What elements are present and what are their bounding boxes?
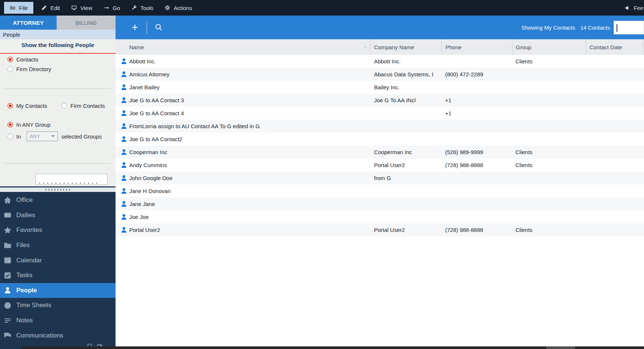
radio-firm-contacts[interactable]: Firm Contacts bbox=[61, 103, 105, 109]
bottom-edge-bar-segment bbox=[546, 346, 575, 349]
radio-unselected-icon[interactable] bbox=[7, 134, 13, 139]
cell-phone: (728) 988-8888 bbox=[441, 227, 512, 233]
menu-go-label: Go bbox=[113, 5, 120, 11]
table-row[interactable]: Jane Jane bbox=[116, 197, 644, 210]
cell-name: Abbott Inc. bbox=[128, 58, 370, 64]
column-header-name[interactable]: Name ▵ bbox=[116, 39, 370, 55]
column-header-group[interactable]: Group bbox=[512, 39, 586, 55]
radio-in-selected-groups[interactable]: In ANY selected Groups bbox=[7, 131, 102, 142]
table-row[interactable]: Andy Cummins Portal User2 (728) 988-8888… bbox=[116, 159, 644, 172]
radio-contacts[interactable]: Contacts bbox=[7, 56, 38, 63]
table-row[interactable]: Portal User2 Portal User2 (728) 988-8888… bbox=[116, 223, 644, 236]
cell-company: Abacus Data Systems, I bbox=[370, 71, 441, 77]
contacts-toolbar: + Showing My Contacts 14 Contacts bbox=[116, 16, 644, 39]
table-row[interactable]: Cooperman Inc Cooperman Inc (526) 989-99… bbox=[116, 146, 644, 159]
radio-unselected-icon[interactable] bbox=[61, 103, 67, 109]
text-caret bbox=[617, 24, 617, 32]
cell-group: Clients bbox=[512, 162, 586, 168]
table-row[interactable]: Joe G to AA Contact 4 +1 bbox=[116, 107, 644, 120]
cell-name: John Google Doe bbox=[128, 175, 370, 181]
quick-search-input[interactable] bbox=[614, 21, 644, 34]
radio-firm-directory[interactable]: Firm Directory bbox=[7, 66, 51, 72]
tab-billing[interactable]: BILLING bbox=[57, 16, 116, 30]
filter-panel-title: Show the following People bbox=[0, 39, 116, 49]
person-icon bbox=[116, 109, 128, 117]
menu-bar: File Edit View Go Tools Actions Fee bbox=[0, 0, 644, 16]
table-row[interactable]: Joe Joe bbox=[116, 210, 644, 223]
clipped-text-field[interactable] bbox=[36, 174, 107, 185]
column-header-phone[interactable]: Phone bbox=[441, 39, 512, 55]
menu-actions[interactable]: Actions bbox=[159, 2, 197, 14]
cell-name: Jane Jane bbox=[128, 201, 370, 207]
person-icon bbox=[116, 161, 128, 169]
monitor-icon bbox=[71, 5, 77, 11]
contacts-table-header: Name ▵ Company Name Phone Group Contact … bbox=[116, 39, 644, 55]
menu-go[interactable]: Go bbox=[98, 2, 126, 14]
cell-company: Portal User2 bbox=[370, 162, 441, 168]
radio-selected-icon[interactable] bbox=[7, 57, 13, 62]
sort-ascending-icon: ▵ bbox=[364, 44, 366, 49]
radio-in-any-group[interactable]: In ANY Group bbox=[7, 122, 50, 128]
people-filter-panel: Show the following People Contacts Firm … bbox=[0, 39, 116, 186]
table-row[interactable]: Amicus Attorney Abacus Data Systems, I (… bbox=[116, 68, 644, 81]
table-row[interactable]: Jane H Donovan bbox=[116, 185, 644, 197]
sidebar-item-notes[interactable]: Notes bbox=[0, 313, 116, 328]
sidebar-item-calendar[interactable]: Calendar bbox=[0, 253, 116, 268]
radio-my-contacts[interactable]: My Contacts bbox=[7, 103, 47, 109]
person-icon bbox=[116, 200, 128, 208]
cell-group: Clients bbox=[512, 227, 586, 233]
table-row[interactable]: Abbott Inc. Abbott Inc. Clients bbox=[116, 55, 644, 68]
cell-name: Andy Cummins bbox=[128, 162, 370, 168]
table-row[interactable]: FromLorna assign to AU Contact AA To G e… bbox=[116, 120, 644, 133]
sidebar-item-office[interactable]: Office bbox=[0, 193, 116, 208]
cell-phone: +1 bbox=[441, 110, 512, 116]
toolbar-divider bbox=[147, 21, 147, 34]
menu-file[interactable]: File bbox=[4, 2, 33, 14]
table-row[interactable]: Joe G to AA Contact2 bbox=[116, 133, 644, 146]
feedback-button[interactable]: Fee bbox=[625, 5, 644, 11]
column-header-contact-date[interactable]: Contact Date bbox=[586, 39, 643, 55]
add-contact-button[interactable]: + bbox=[129, 22, 141, 33]
table-row[interactable]: Janet Bailey Bailey Inc. bbox=[116, 81, 644, 94]
search-button[interactable] bbox=[154, 23, 163, 32]
cell-company: from G bbox=[370, 175, 441, 181]
person-icon bbox=[116, 135, 128, 143]
cell-company: Bailey Inc. bbox=[370, 84, 441, 90]
panel-splitter[interactable] bbox=[0, 186, 116, 192]
sidebar-item-dailies[interactable]: Dailies bbox=[0, 208, 116, 223]
group-dropdown[interactable]: ANY bbox=[27, 132, 58, 141]
cell-name: Joe Joe bbox=[128, 214, 370, 220]
sidebar-item-files[interactable]: Files bbox=[0, 238, 116, 253]
module-title: People bbox=[0, 30, 116, 39]
cell-phone: (728) 988-8888 bbox=[441, 162, 512, 168]
menu-tools[interactable]: Tools bbox=[126, 2, 159, 14]
toolbar-status: Showing My Contacts 14 Contacts bbox=[521, 21, 644, 34]
table-row[interactable]: John Google Doe from G bbox=[116, 172, 644, 185]
person-icon bbox=[116, 70, 128, 78]
cell-name: Jane H Donovan bbox=[128, 188, 370, 194]
cell-phone: (526) 989-9999 bbox=[441, 149, 512, 155]
sidebar-item-favorites[interactable]: Favorites bbox=[0, 223, 116, 238]
sidebar-item-time-sheets[interactable]: Time Sheets bbox=[0, 298, 116, 313]
sidebar-item-tasks[interactable]: Tasks bbox=[0, 268, 116, 283]
cell-phone: (800) 472-2289 bbox=[441, 71, 512, 77]
arrow-right-icon bbox=[103, 5, 109, 11]
menu-edit[interactable]: Edit bbox=[36, 2, 66, 14]
radio-unselected-icon[interactable] bbox=[7, 66, 13, 72]
sidebar-item-communications[interactable]: Communications bbox=[0, 328, 116, 343]
table-row[interactable]: Joe G to AA Contact 3 Joe G To AA INcl +… bbox=[116, 94, 644, 107]
menu-view[interactable]: View bbox=[66, 2, 98, 14]
radio-selected-icon[interactable] bbox=[7, 122, 13, 127]
cell-company: Cooperman Inc bbox=[370, 149, 441, 155]
folder-icon bbox=[10, 5, 16, 11]
person-icon bbox=[116, 148, 128, 156]
cell-name: Joe G to AA Contact 3 bbox=[128, 97, 370, 103]
radio-selected-icon[interactable] bbox=[7, 103, 13, 109]
column-header-company[interactable]: Company Name bbox=[370, 39, 441, 55]
tab-attorney[interactable]: ATTORNEY bbox=[0, 16, 57, 30]
sidebar-item-people[interactable]: People bbox=[0, 283, 116, 298]
menu-edit-label: Edit bbox=[50, 5, 60, 11]
star-icon bbox=[4, 226, 11, 234]
cell-group: Clients bbox=[512, 149, 586, 155]
person-icon bbox=[116, 57, 128, 65]
